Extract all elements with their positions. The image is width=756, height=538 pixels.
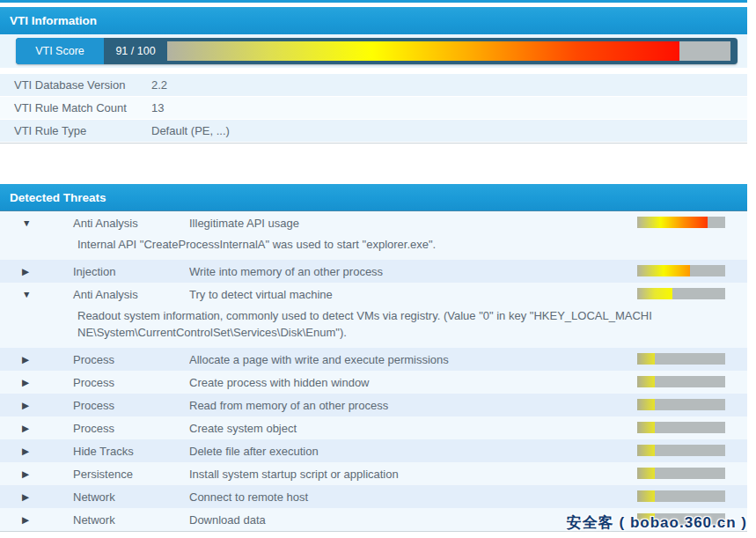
vti-info-value: 13 [151,101,747,114]
expand-caret-icon[interactable]: ▶ [0,514,73,525]
threat-category: Anti Analysis [73,288,189,301]
expand-caret-icon[interactable]: ▶ [0,423,73,433]
detected-threats-header: Detected Threats [0,184,747,211]
vti-score-bar-fill [167,41,679,61]
vti-score-value: 91 / 100 [104,45,167,57]
vti-information-header: VTI Information [0,7,747,34]
threat-block: ▶ Process Read from memory of an other p… [0,394,747,416]
threat-category: Anti Analysis [73,217,189,230]
threat-detail: Readout system information, commonly use… [0,306,660,348]
threat-row[interactable]: ▶ Process Create process with hidden win… [0,371,747,394]
threat-category: Injection [73,265,189,278]
vti-info-row: VTI Rule Type Default (PE, ...) [0,120,747,143]
threat-block: ▶ Injection Write into memory of an othe… [0,260,747,283]
threat-block: ▶ Process Create system object [0,416,747,439]
threat-detail: Internal API "CreateProcessInternalA" wa… [0,234,660,260]
vti-info-row: VTI Database Version 2.2 [0,74,747,97]
vti-info-value: Default (PE, ...) [151,124,747,137]
threat-category: Process [73,422,189,435]
watermark: 安全客 ( bobao.360.cn ) [567,512,747,533]
vti-info-table: VTI Database Version 2.2 VTI Rule Match … [0,74,747,144]
threat-score-fill [637,376,655,387]
threat-row[interactable]: ▼ Anti Analysis Illegitimate API usage [0,211,747,234]
vti-score-row: VTI Score 91 / 100 [0,34,747,68]
expand-caret-icon[interactable]: ▶ [0,468,73,479]
threat-score-fill [637,265,690,276]
vti-score-label: VTI Score [16,38,104,64]
threat-score-fill [637,288,672,299]
expand-caret-icon[interactable]: ▶ [0,377,73,387]
expand-caret-icon[interactable]: ▶ [0,266,73,276]
threat-score-fill [637,353,655,365]
detected-threats-title: Detected Threats [10,191,106,204]
vti-information-title: VTI Information [10,14,97,27]
threat-block: ▶ Network Connect to remote host [0,485,747,508]
vti-info-label: VTI Rule Match Count [0,101,151,114]
threat-row[interactable]: ▶ Hide Tracks Delete file after executio… [0,439,747,462]
threat-score-bar [637,468,725,479]
vti-score-bar [167,41,730,61]
expand-caret-icon[interactable]: ▶ [0,354,73,365]
threat-block: ▶ Process Allocate a page with write and… [0,348,747,371]
threat-category: Process [73,399,189,412]
threat-score-bar [637,399,725,410]
threat-score-bar [637,376,725,387]
threat-category: Process [73,376,189,389]
threat-row[interactable]: ▶ Process Create system object [0,416,747,439]
threat-block: ▼ Anti Analysis Try to detect virtual ma… [0,283,747,348]
threat-row[interactable]: ▶ Process Allocate a page with write and… [0,348,747,371]
threat-score-fill [637,217,708,228]
threat-score-fill [637,445,655,456]
threat-score-fill [637,490,655,502]
expand-caret-icon[interactable]: ▼ [0,289,73,299]
threat-score-fill [637,422,655,433]
threat-block: ▶ Process Create process with hidden win… [0,371,747,394]
threat-block: ▶ Hide Tracks Delete file after executio… [0,439,747,462]
expand-caret-icon[interactable]: ▶ [0,446,73,456]
vti-info-value: 2.2 [151,78,747,92]
threat-category: Persistence [73,468,189,481]
vti-info-label: VTI Rule Type [0,124,151,137]
threat-category: Network [73,513,189,527]
threat-score-bar [637,445,725,456]
threat-category: Process [73,353,189,366]
previous-panel-edge [0,0,747,3]
threat-row[interactable]: ▶ Network Connect to remote host [0,485,747,508]
section-gap [0,144,756,184]
vti-score-widget: VTI Score 91 / 100 [16,38,738,64]
threat-row[interactable]: ▶ Process Read from memory of an other p… [0,394,747,416]
threat-score-bar [637,490,725,502]
threat-category: Hide Tracks [73,445,189,458]
threats-table: ▼ Anti Analysis Illegitimate API usage I… [0,211,747,532]
threat-score-bar [637,217,725,228]
threat-score-fill [637,468,655,479]
threat-score-fill [637,399,655,410]
threat-score-bar [637,288,725,299]
threat-block: ▼ Anti Analysis Illegitimate API usage I… [0,211,747,260]
detected-threats-panel: Detected Threats ▼ Anti Analysis Illegit… [0,184,756,532]
threat-row[interactable]: ▶ Injection Write into memory of an othe… [0,260,747,283]
expand-caret-icon[interactable]: ▶ [0,400,73,410]
vti-info-label: VTI Database Version [0,78,151,92]
vti-information-panel: VTI Information VTI Score 91 / 100 VTI D… [0,7,756,144]
threat-score-bar [637,265,725,276]
expand-caret-icon[interactable]: ▼ [0,217,73,228]
threat-block: ▶ Persistence Install system startup scr… [0,462,747,485]
vti-info-row: VTI Rule Match Count 13 [0,97,747,120]
threat-score-bar [637,353,725,365]
threat-score-bar [637,422,725,433]
threat-row[interactable]: ▼ Anti Analysis Try to detect virtual ma… [0,283,747,306]
expand-caret-icon[interactable]: ▶ [0,491,73,502]
threat-category: Network [73,490,189,504]
threat-row[interactable]: ▶ Persistence Install system startup scr… [0,462,747,485]
